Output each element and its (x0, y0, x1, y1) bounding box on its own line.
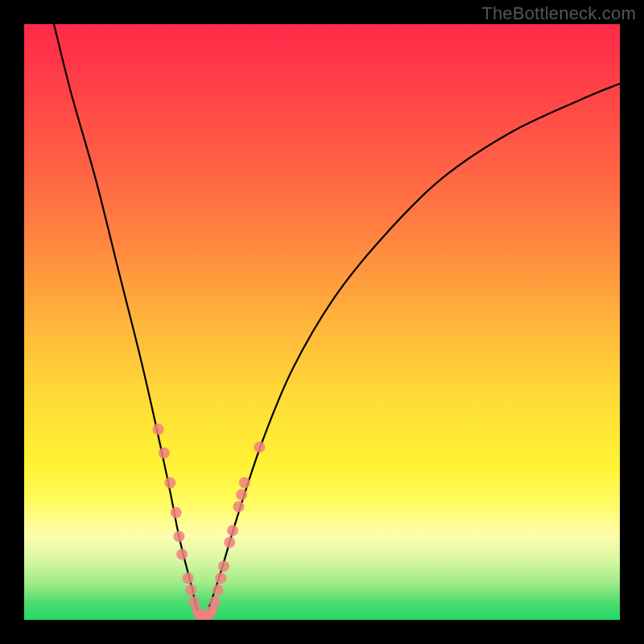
data-point (254, 441, 265, 452)
data-point (213, 584, 224, 596)
data-point (218, 560, 229, 572)
data-point (239, 477, 250, 489)
bottleneck-curve (54, 24, 620, 620)
data-point (236, 489, 247, 501)
data-point (209, 597, 221, 608)
plot-area (24, 24, 620, 620)
data-point (173, 530, 184, 542)
data-point (176, 549, 188, 560)
data-point (215, 572, 226, 584)
data-point (171, 507, 182, 518)
data-point (159, 448, 170, 459)
data-point (183, 572, 194, 584)
scatter-points (153, 423, 266, 620)
data-point (164, 477, 175, 489)
data-point (233, 501, 244, 512)
watermark-text: TheBottleneck.com (481, 3, 636, 24)
data-point (227, 525, 238, 536)
data-point (224, 537, 235, 548)
data-point (185, 584, 196, 596)
chart-svg (24, 24, 620, 620)
chart-frame: TheBottleneck.com (0, 0, 644, 644)
data-point (153, 423, 164, 435)
